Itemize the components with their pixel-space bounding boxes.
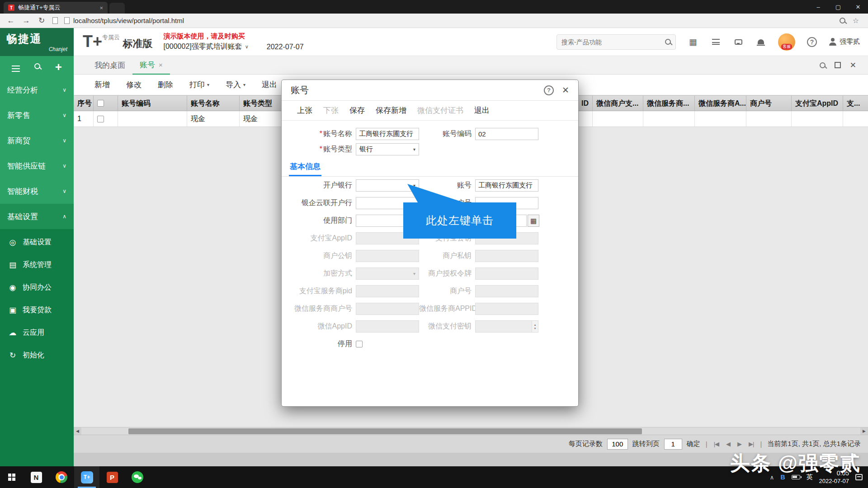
select-all-checkbox[interactable] <box>97 100 104 107</box>
bank-cloud-link-label: 银企云联开户行 <box>289 198 356 208</box>
new-tab-button[interactable] <box>109 3 125 14</box>
scroll-left-icon[interactable]: ◀ <box>74 427 81 435</box>
sidebar-subitem-loan[interactable]: ▣我要贷款 <box>0 299 74 321</box>
first-page-button[interactable]: |◀ <box>713 441 720 447</box>
tab-search-icon[interactable] <box>820 62 826 68</box>
action-center-icon[interactable] <box>855 474 863 480</box>
sidebar-item-smart-finance-tax[interactable]: 智能财税∨ <box>0 178 74 204</box>
row-checkbox[interactable] <box>97 116 104 122</box>
last-page-button[interactable]: ▶| <box>748 441 755 447</box>
window-maximize-button[interactable]: ▢ <box>828 0 848 14</box>
battery-icon[interactable] <box>792 475 800 479</box>
dialog-save-new-button[interactable]: 保存新增 <box>376 105 406 116</box>
grid-header-type: 账号类型 <box>240 95 284 111</box>
window-minimize-button[interactable]: – <box>808 0 828 14</box>
goto-page-input[interactable] <box>664 439 682 450</box>
product-search-input[interactable] <box>561 38 665 46</box>
sidebar-subitem-cloud-apps[interactable]: ☁云应用 <box>0 321 74 344</box>
tab-close-icon[interactable]: × <box>99 5 103 11</box>
scroll-right-icon[interactable]: ▶ <box>860 427 868 435</box>
calculator-button[interactable]: ▦ <box>528 215 539 227</box>
exit-button[interactable]: 退出 <box>262 80 277 90</box>
add-button[interactable]: 新增 <box>94 80 110 90</box>
window-close-button[interactable]: ✕ <box>848 0 868 14</box>
forward-icon[interactable]: → <box>22 16 31 25</box>
close-all-icon[interactable]: ✕ <box>850 61 856 70</box>
grid-cell-wechat-merchant-pay <box>593 111 643 127</box>
tab-account[interactable]: 账号× <box>132 56 170 75</box>
notification-bell-icon[interactable] <box>755 37 766 47</box>
import-button[interactable]: 导入▾ <box>226 80 245 90</box>
bluetooth-icon[interactable]: B <box>780 474 785 481</box>
sidebar-item-smart-supply-chain[interactable]: 智能供应链∨ <box>0 153 74 178</box>
chevron-down-icon: ∨ <box>245 44 249 50</box>
back-icon[interactable]: ← <box>6 16 15 25</box>
message-icon[interactable] <box>733 37 744 47</box>
modify-button[interactable]: 修改 <box>126 80 142 90</box>
bookmark-star-icon[interactable]: ☆ <box>853 16 859 25</box>
help-icon[interactable]: ? <box>807 37 817 47</box>
encrypt-mode-field: 加密方式▾ <box>289 267 419 280</box>
sidebar-search-icon[interactable] <box>34 63 40 71</box>
close-tab-icon[interactable]: × <box>159 61 163 69</box>
horizontal-scrollbar[interactable]: ◀ ▶ <box>74 427 868 435</box>
bank-branch-select[interactable]: ▾ <box>356 179 419 192</box>
sidebar-subitem-collaboration[interactable]: ◉协同办公 <box>0 276 74 299</box>
account-name-input[interactable] <box>356 128 419 140</box>
tab-my-desktop[interactable]: 我的桌面 <box>87 56 132 75</box>
dialog-exit-button[interactable]: 退出 <box>474 105 490 116</box>
account-set-selector[interactable]: [000002]强零贰培训账套 ∨ <box>163 42 248 52</box>
encrypt-mode-label: 加密方式 <box>289 269 356 278</box>
sidebar-item-new-trade[interactable]: 新商贸∨ <box>0 128 74 153</box>
alipay-sp-pid-input <box>356 285 419 297</box>
product-search-box[interactable] <box>557 34 676 50</box>
account-code-input[interactable] <box>475 128 538 140</box>
sidebar-subitem-basic-settings[interactable]: ◎基础设置 <box>0 231 74 253</box>
per-page-input[interactable] <box>607 439 628 450</box>
scrollbar-track[interactable] <box>81 427 860 435</box>
account-number-input[interactable] <box>475 179 538 192</box>
sidebar-item-basic-setup[interactable]: 基础设置∧ <box>0 204 74 229</box>
tray-clock[interactable]: 0:05 2022-07-07 <box>819 469 849 485</box>
search-icon[interactable] <box>840 18 845 23</box>
account-type-select[interactable]: 银行▾ <box>356 143 419 155</box>
sidebar-item-business-analysis[interactable]: 经营分析∨ <box>0 77 74 103</box>
task-list-icon[interactable] <box>710 37 721 47</box>
print-button[interactable]: 打印▾ <box>189 80 209 90</box>
customer-service-avatar[interactable]: 客服 <box>778 33 795 51</box>
taskbar-app-chanjet[interactable]: T+ <box>74 466 99 488</box>
person-icon <box>829 38 837 46</box>
browser-tab[interactable]: T 畅捷通T+专属云 × <box>4 2 108 14</box>
confirm-page-button[interactable]: 确定 <box>687 440 700 448</box>
start-button[interactable] <box>0 466 24 488</box>
tray-expand-icon[interactable]: ∧ <box>770 474 774 481</box>
user-menu[interactable]: 强零贰 <box>829 38 860 46</box>
merchant-pubkey-label: 商户公钥 <box>289 251 356 261</box>
taskbar-app-wechat[interactable] <box>125 466 150 488</box>
tab-basic-info[interactable]: 基本信息 <box>289 160 321 176</box>
taskbar-app-notepad[interactable]: N <box>24 466 49 488</box>
delete-button[interactable]: 删除 <box>158 80 173 90</box>
sidebar-add-icon[interactable]: + <box>55 61 62 73</box>
sidebar-subitem-system-management[interactable]: ▤系统管理 <box>0 253 74 276</box>
stop-flag-checkbox[interactable] <box>356 341 363 347</box>
next-page-button[interactable]: ▶ <box>736 441 742 447</box>
sidebar-menu-icon[interactable] <box>12 63 20 71</box>
dialog-prev-button[interactable]: 上张 <box>297 105 312 116</box>
prev-page-button[interactable]: ◀ <box>725 441 731 447</box>
url-field[interactable]: localhost/tplus/view/portal/portal.html <box>64 15 833 26</box>
apps-grid-icon[interactable]: ▦ <box>688 37 698 47</box>
sidebar-subitem-initialization[interactable]: ↻初始化 <box>0 344 74 366</box>
dialog-close-icon[interactable]: ✕ <box>562 85 569 95</box>
taskbar-app-powerpoint[interactable]: P <box>99 466 125 488</box>
sidebar-item-new-retail[interactable]: 新零售∨ <box>0 103 74 128</box>
dialog-save-button[interactable]: 保存 <box>349 105 365 116</box>
scrollbar-thumb[interactable] <box>128 428 642 434</box>
refresh-icon[interactable]: ↻ <box>37 16 46 25</box>
taskbar-app-chrome[interactable] <box>49 466 74 488</box>
input-language[interactable]: 英 <box>807 473 813 481</box>
clear-history-icon[interactable] <box>52 17 58 24</box>
fullscreen-icon[interactable] <box>835 62 841 68</box>
dialog-help-icon[interactable]: ? <box>544 85 554 95</box>
search-icon[interactable] <box>665 39 671 45</box>
